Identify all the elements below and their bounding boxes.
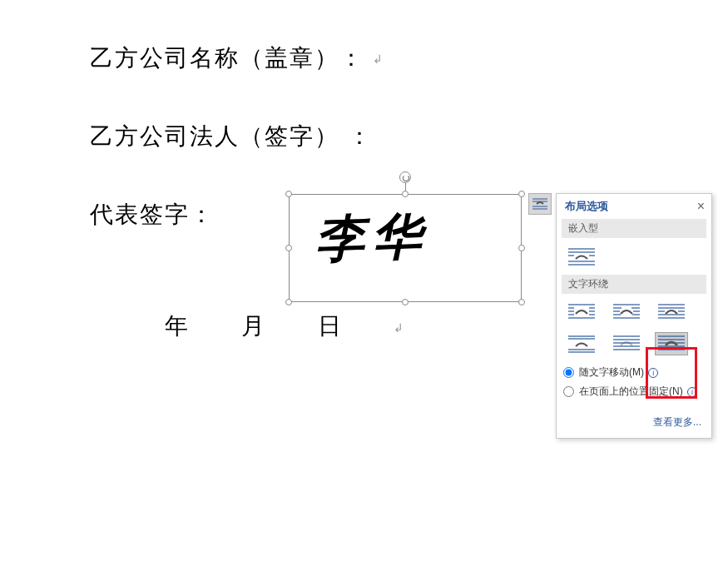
selected-image-object[interactable]: 李华 [289, 194, 522, 302]
info-icon[interactable]: i [687, 387, 697, 397]
wrap-icon-row-2 [557, 329, 711, 360]
company-name-line: 乙方公司名称（盖章）： ↲ [90, 42, 549, 74]
layout-options-panel: 布局选项 × 嵌入型 文字环绕 [556, 193, 712, 439]
layout-options-button[interactable] [528, 193, 552, 215]
resize-handle-ml[interactable] [285, 245, 292, 251]
wrap-icon-row-1 [557, 297, 711, 329]
radio-fixed-label: 在页面上的位置固定(N) [579, 385, 683, 397]
rotate-handle[interactable] [399, 171, 411, 183]
panel-title: 布局选项 [565, 199, 608, 214]
radio-move-input[interactable] [563, 367, 574, 378]
paragraph-mark-icon: ↲ [394, 320, 404, 334]
company-name-label: 乙方公司名称（盖章）： [90, 45, 364, 71]
radio-fixed-position[interactable]: 在页面上的位置固定(N) i [563, 385, 705, 399]
radio-move-with-text[interactable]: 随文字移动(M) i [563, 365, 705, 380]
inline-icon-row [557, 241, 711, 273]
legal-person-line: 乙方公司法人（签字） ： [90, 120, 549, 152]
info-icon[interactable]: i [648, 368, 658, 378]
wrap-behind-icon[interactable] [610, 332, 643, 355]
wrap-square-icon[interactable] [565, 300, 598, 324]
date-label: 年 月 日 [165, 313, 364, 339]
wrap-tight-icon[interactable] [610, 300, 643, 324]
radio-move-label: 随文字移动(M) [579, 366, 644, 378]
resize-handle-bl[interactable] [285, 299, 292, 305]
section-inline-title: 嵌入型 [562, 219, 706, 238]
resize-handle-tm[interactable] [402, 191, 409, 197]
signature-label: 代表签字： [90, 201, 215, 227]
paragraph-mark-icon: ↲ [373, 52, 384, 66]
resize-handle-mr[interactable] [518, 245, 525, 251]
see-more-row: 查看更多... [557, 410, 711, 438]
position-radio-group: 随文字移动(M) i 在页面上的位置固定(N) i [557, 360, 711, 410]
wrap-inline-icon[interactable] [565, 245, 598, 268]
resize-handle-tr[interactable] [518, 191, 525, 197]
section-wrap-title: 文字环绕 [562, 275, 706, 294]
radio-fixed-input[interactable] [563, 386, 574, 397]
resize-handle-bm[interactable] [402, 299, 409, 305]
wrap-front-icon[interactable] [655, 332, 688, 355]
layout-options-icon [532, 197, 548, 211]
signature-image: 李华 [314, 203, 429, 275]
date-line: 年 月 日 ↲ [90, 310, 549, 342]
wrap-through-icon[interactable] [655, 300, 688, 324]
resize-handle-tl[interactable] [285, 191, 292, 197]
legal-person-label: 乙方公司法人（签字） ： [90, 123, 373, 149]
see-more-link[interactable]: 查看更多... [653, 416, 701, 428]
panel-header: 布局选项 × [557, 194, 711, 217]
close-icon[interactable]: × [697, 200, 705, 213]
resize-handle-br[interactable] [518, 299, 525, 305]
wrap-topbottom-icon[interactable] [565, 332, 598, 355]
